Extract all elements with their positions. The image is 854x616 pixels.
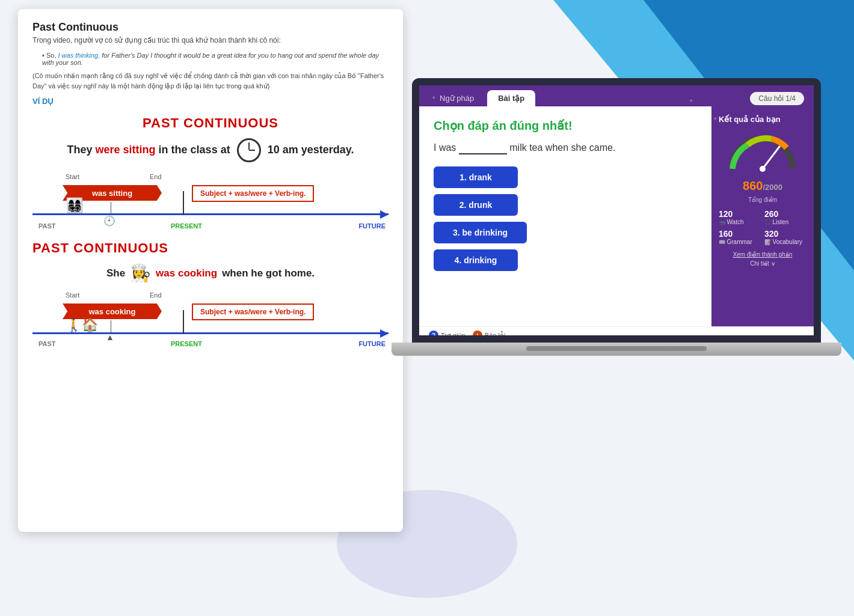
svg-point-1 (760, 166, 766, 172)
people-icon: 👩‍👩‍👧‍👦 (66, 197, 84, 214)
score-item-watch: 120 📹 Watch (719, 209, 761, 225)
formula-box-1: Subject + was/were + Verb-ing. (192, 185, 314, 202)
score-item-grammar: 160 📖 Grammar (719, 229, 761, 245)
timeline-arrowhead-1 (380, 210, 389, 219)
quiz-title: Chọn đáp án đúng nhất! (434, 118, 697, 133)
laptop-base (392, 343, 841, 356)
q-prefix: I was (434, 142, 456, 153)
bullet-italic: I was thinking, (58, 52, 100, 59)
start-label-1: Start (66, 173, 79, 180)
pc-sentence-1: They were sitting in the class at 10 am … (32, 138, 389, 162)
score-item-listen: 260 🎧 Listen (764, 209, 806, 225)
question-counter: Câu hỏi 1/4 (750, 92, 804, 105)
report-label: Báo lỗi (485, 332, 506, 336)
laptop-screen: ✦ ✦ ✦ ✦ ✦ ✦ ✦ ✦ Ngữ pháp Bài tập Câu hỏi… (412, 78, 821, 343)
document-panel: Past Continuous Trong video, người vợ có… (18, 9, 403, 532)
score-main: 860/2000 (719, 179, 806, 193)
quiz-options: 1. drank 2. drunk 3. be drinking 4. drin… (434, 166, 697, 271)
score-item-vocab: 320 📝 Vocabulary (764, 229, 806, 245)
sentence-part1: They (67, 144, 96, 156)
end-label-2: End (150, 291, 162, 299)
doc-note: (Cô muốn nhấn mạnh rằng cô đã suy nghĩ v… (32, 71, 389, 91)
timeline-2: Start End was cooking ▲ Subject + was/we… (32, 290, 389, 347)
red-bar-text-1: was sitting (92, 189, 132, 198)
chi-tiet-button[interactable]: Chi tiết ∨ (719, 260, 806, 267)
formula-text-2: Subject + was/were + Verb-ing. (200, 308, 306, 316)
sentence2-part1: She (106, 267, 125, 279)
listen-icon: 🎧 (764, 219, 773, 225)
watch-icon: 📹 (719, 219, 727, 225)
score-grid: 120 📹 Watch 260 🎧 Listen 160 📖 (719, 209, 806, 245)
sentence2-part2: when he got home. (222, 267, 315, 279)
past-label-2: PAST (38, 340, 56, 347)
tong-diem-label: Tổng điểm (719, 197, 806, 203)
sentence-part3: 10 am yesterday. (268, 144, 354, 156)
timeline-line-1 (32, 213, 389, 215)
screen-inner: ✦ ✦ ✦ ✦ ✦ ✦ ✦ ✦ Ngữ pháp Bài tập Câu hỏi… (419, 85, 814, 335)
present-label-1: PRESENT (171, 222, 202, 230)
option-4[interactable]: 4. drinking (434, 249, 518, 271)
doc-subtitle: Trong video, người vợ có sử dụng cấu trú… (32, 36, 389, 44)
timeline-arrowhead-2 (380, 329, 389, 338)
laptop-frame: ✦ ✦ ✦ ✦ ✦ ✦ ✦ ✦ Ngữ pháp Bài tập Câu hỏi… (412, 78, 821, 373)
svg-line-0 (763, 147, 779, 169)
future-label-1: FUTURE (358, 222, 386, 230)
cooking-woman-icon: 👩‍🍳 (130, 263, 151, 283)
walking-icon: 🚶🏠 (66, 317, 98, 333)
doc-bullet: • So, I was thinking, for Father's Day I… (32, 52, 389, 66)
doc-title: Past Continuous (32, 21, 389, 34)
option-3[interactable]: 3. be drinking (434, 222, 527, 243)
pc-section-2: PAST CONTINUOUS She 👩‍🍳 was cooking when… (32, 240, 389, 347)
pc-sentence-2-container: She 👩‍🍳 was cooking when he got home. (32, 263, 389, 283)
gauge-container (727, 130, 799, 172)
tab-ngu-phap[interactable]: Ngữ pháp (429, 90, 485, 106)
future-label-2: FUTURE (358, 340, 386, 347)
sentence2-highlight: was cooking (156, 267, 217, 279)
quiz-panel: Chọn đáp án đúng nhất! I was milk tea wh… (419, 106, 711, 326)
grammar-icon: 📖 (719, 239, 727, 245)
formula-box-2: Subject + was/were + Verb-ing. (192, 303, 314, 320)
sentence-highlight-1: were sitting (96, 144, 156, 156)
pc-section-1: PAST CONTINUOUS They were sitting in the… (32, 115, 389, 232)
bullet-prefix: So, (46, 52, 57, 59)
small-clock-1: 🕙 (103, 215, 115, 227)
help-label: Trợ giúp (441, 332, 465, 336)
option-1[interactable]: 1. drank (434, 166, 518, 188)
screen-footer: ? Trợ giúp i Báo lỗi (419, 326, 814, 335)
end-label-1: End (150, 173, 162, 180)
score-number: 860 (743, 179, 763, 192)
red-bar-text-2: was cooking (88, 307, 135, 316)
sentence-part2: in the class at (159, 144, 230, 156)
vi-du-link[interactable]: VÍ DỤ (32, 97, 389, 106)
quiz-question: I was milk tea when she came. (434, 142, 697, 154)
tabs-bar: Ngữ pháp Bài tập Câu hỏi 1/4 (419, 85, 814, 106)
start-label-2: Start (66, 291, 79, 299)
score-panel: Kết quả của bạn (711, 106, 814, 326)
score-total: /2000 (763, 183, 782, 192)
vocab-icon: 📝 (764, 239, 773, 245)
q-blank (459, 142, 507, 154)
help-button[interactable]: ? Trợ giúp (429, 331, 465, 335)
report-icon: i (473, 331, 482, 335)
timeline-1: Start End was sitting 🕙 Subject + was/we… (32, 172, 389, 232)
report-button[interactable]: i Báo lỗi (473, 331, 506, 335)
clock-icon (237, 138, 261, 162)
xem-diem-link[interactable]: Xem điểm thành phần (719, 251, 806, 258)
pc-title-2: PAST CONTINUOUS (32, 240, 389, 256)
q-suffix: milk tea when she came. (509, 142, 615, 153)
option-2[interactable]: 2. drunk (434, 194, 518, 216)
past-label-1: PAST (38, 222, 56, 230)
vert-line-2 (111, 320, 111, 334)
present-label-2: PRESENT (171, 340, 202, 347)
help-icon: ? (429, 331, 438, 335)
gauge-svg (727, 130, 799, 172)
screen-content: Chọn đáp án đúng nhất! I was milk tea wh… (419, 106, 814, 326)
pc-title-1: PAST CONTINUOUS (32, 115, 389, 131)
divider-line-2 (183, 310, 184, 334)
score-title: Kết quả của bạn (719, 115, 806, 124)
formula-text-1: Subject + was/were + Verb-ing. (200, 189, 306, 198)
tab-bai-tap[interactable]: Bài tập (487, 90, 535, 106)
divider-line-1 (183, 191, 184, 215)
